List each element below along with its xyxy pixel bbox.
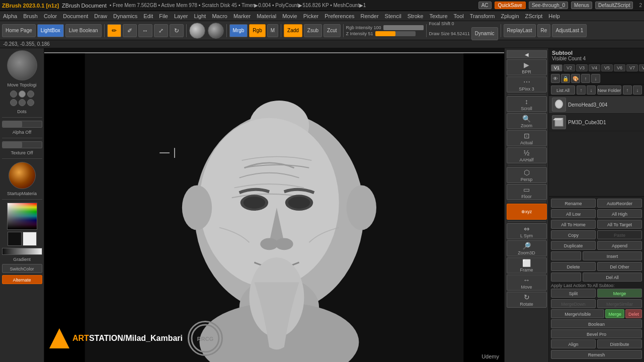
folder-up-arrow[interactable]: ↑ — [623, 85, 632, 95]
persp-button[interactable]: ⬡ Persp — [507, 167, 547, 183]
split-button[interactable]: Split — [551, 289, 596, 298]
paste-button[interactable]: Paste — [597, 230, 642, 239]
zoom3d-button[interactable]: 🔎 Zoom3D — [507, 240, 547, 256]
delete-button[interactable]: Delete — [551, 262, 596, 271]
floor-button[interactable]: ▭ Floor — [507, 184, 547, 200]
tab-v4[interactable]: V4 — [589, 64, 600, 71]
list-down-arrow[interactable]: ↓ — [587, 85, 596, 95]
swatch-white[interactable] — [23, 232, 37, 246]
rotate-rs-button[interactable]: ↻ Rotate — [507, 292, 547, 308]
menu-zscript[interactable]: ZScript — [525, 13, 543, 19]
menu-file[interactable]: File — [159, 13, 168, 19]
menu-macro[interactable]: Macro — [212, 13, 227, 19]
brush-sphere-2[interactable] — [208, 23, 224, 39]
alpha-slider[interactable] — [2, 121, 42, 128]
boolean-button[interactable]: Boolean — [551, 319, 642, 328]
palette-icon-btn[interactable]: 🎨 — [571, 74, 580, 83]
menu-draw[interactable]: Draw — [94, 13, 107, 19]
mergesimilar-button[interactable]: MergeSimilar — [597, 299, 642, 308]
tab-v2[interactable]: V2 — [564, 64, 575, 71]
home-page-button[interactable]: Home Page — [2, 24, 36, 37]
lightbox-button[interactable]: LightBox — [37, 24, 64, 37]
seethrough-button[interactable]: See-through_0 — [529, 2, 568, 9]
defaultscript-button[interactable]: DefaultZScript — [595, 2, 633, 9]
all-to-target-button[interactable]: All To Target — [597, 220, 642, 229]
all-low-button[interactable]: All Low — [551, 209, 596, 218]
brush-sphere[interactable] — [189, 23, 205, 39]
bevel-pro-button[interactable]: Bevel Pro — [551, 329, 642, 338]
menu-zplugin[interactable]: Zplugin — [501, 13, 519, 19]
tab-v6[interactable]: V6 — [614, 64, 625, 71]
xyz-button[interactable]: ⊗xyz — [507, 204, 547, 220]
lsym-button[interactable]: ⇔ L Sym — [507, 223, 547, 239]
mergevisible-no-button[interactable]: Delet — [625, 309, 642, 318]
subtool-item-demohead[interactable]: DemoHead3_004 — [549, 96, 644, 114]
texture-slider[interactable] — [2, 141, 42, 148]
insert-button[interactable]: Insert — [583, 251, 642, 260]
folder-down-arrow[interactable]: ↓ — [633, 85, 642, 95]
edit-button[interactable]: ✏ — [107, 24, 121, 37]
move-rs-button[interactable]: ↔ Move — [507, 275, 547, 291]
rotate-button[interactable]: ↻ — [170, 24, 184, 37]
color-picker[interactable] — [7, 203, 37, 230]
actual-button[interactable]: ⊡ Actual — [507, 130, 547, 146]
append-button[interactable]: Append — [597, 241, 642, 250]
tab-v5[interactable]: V5 — [601, 64, 613, 71]
menu-picker[interactable]: Picker — [303, 13, 319, 19]
list-up-arrow[interactable]: ↑ — [577, 85, 586, 95]
eye-icon-btn[interactable]: 👁 — [551, 74, 560, 83]
arrow-down-icon-btn[interactable]: ↓ — [591, 74, 600, 83]
draw-button[interactable]: ✐ — [123, 24, 137, 37]
adjustlast-button[interactable]: AdjustLast 1 — [552, 24, 587, 37]
tab-v8[interactable]: V8 — [639, 64, 644, 71]
alternate-button[interactable]: Alternate — [2, 275, 42, 284]
zadd-button[interactable]: Zadd — [284, 24, 302, 37]
menu-material[interactable]: Material — [257, 13, 276, 19]
re-button[interactable]: Re — [537, 24, 551, 37]
menu-dynamics[interactable]: Dynamics — [113, 13, 137, 19]
all-high-button[interactable]: All High — [597, 209, 642, 218]
menu-light[interactable]: Light — [194, 13, 206, 19]
lock-icon-btn[interactable]: 🔒 — [561, 74, 570, 83]
menu-color[interactable]: Color — [44, 13, 57, 19]
replaylast-button[interactable]: ReplayLast — [504, 24, 536, 37]
menu-marker[interactable]: Marker — [233, 13, 251, 19]
menu-help[interactable]: Help — [548, 13, 560, 19]
ac-button[interactable]: AC — [478, 2, 492, 9]
gradient-bar[interactable] — [2, 248, 42, 255]
tab-v7[interactable]: V7 — [626, 64, 638, 71]
remesh-button[interactable]: Remesh — [551, 350, 642, 359]
menu-document[interactable]: Document — [63, 13, 88, 19]
frame-button[interactable]: ⬜ Frame — [507, 257, 547, 274]
z-intensity-slider[interactable] — [375, 31, 416, 36]
distribute-button[interactable]: Distribute — [597, 339, 642, 348]
duplicate-button[interactable]: Duplicate — [551, 241, 596, 250]
menu-brush[interactable]: Brush — [23, 13, 38, 19]
tab-v1[interactable]: V1 — [551, 64, 562, 71]
expand-arrow[interactable]: ◀ — [507, 50, 547, 58]
autoreorder-button[interactable]: AutoReorder — [597, 199, 642, 208]
rgb-intensity-slider[interactable] — [383, 25, 424, 30]
quicksave-button[interactable]: QuickSave — [495, 2, 526, 9]
zoom-button[interactable]: 🔍 Zoom — [507, 113, 547, 129]
mrgb-button[interactable]: Mrgb — [229, 24, 248, 37]
switch-color-button[interactable]: SwitchColor — [2, 264, 42, 273]
new-folder-button[interactable]: New Folder — [597, 85, 621, 95]
list-all-button[interactable]: List All — [551, 85, 575, 95]
brush-preview[interactable] — [7, 50, 37, 80]
m-button[interactable]: M — [267, 24, 278, 37]
merge-button[interactable]: Merge — [597, 289, 642, 298]
subtool-item-cube[interactable]: PM3D_Cube3D1 — [549, 114, 644, 131]
rename-button[interactable]: Rename — [551, 199, 596, 208]
menu-stencil[interactable]: Stencil — [385, 13, 401, 19]
copy-button[interactable]: Copy — [551, 230, 596, 239]
menu-alpha[interactable]: Alpha — [3, 13, 17, 19]
menu-edit[interactable]: Edit — [143, 13, 153, 19]
dynamic-button[interactable]: Dynamic — [471, 27, 498, 40]
spix-button[interactable]: ⋯ SPixx 3 — [507, 76, 547, 93]
scroll-button[interactable]: ↕ Scroll — [507, 96, 547, 112]
zsub-button[interactable]: Zsub — [304, 24, 322, 37]
menu-render[interactable]: Render — [361, 13, 379, 19]
menu-transform[interactable]: Transform — [470, 13, 495, 19]
menu-movie[interactable]: Movie — [282, 13, 297, 19]
